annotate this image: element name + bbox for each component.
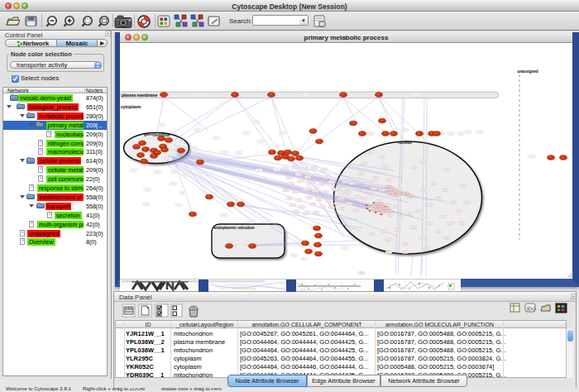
svg-text:unassigned: unassigned bbox=[518, 69, 538, 74]
svg-text:plasma membrane: plasma membrane bbox=[122, 93, 158, 98]
svg-text:cytoplasm: cytoplasm bbox=[121, 104, 141, 109]
svg-text:endoplasmic reticulum: endoplasmic reticulum bbox=[214, 226, 255, 230]
svg-text:nucleus: nucleus bbox=[398, 141, 413, 145]
svg-text:f(x): f(x) bbox=[527, 305, 535, 312]
